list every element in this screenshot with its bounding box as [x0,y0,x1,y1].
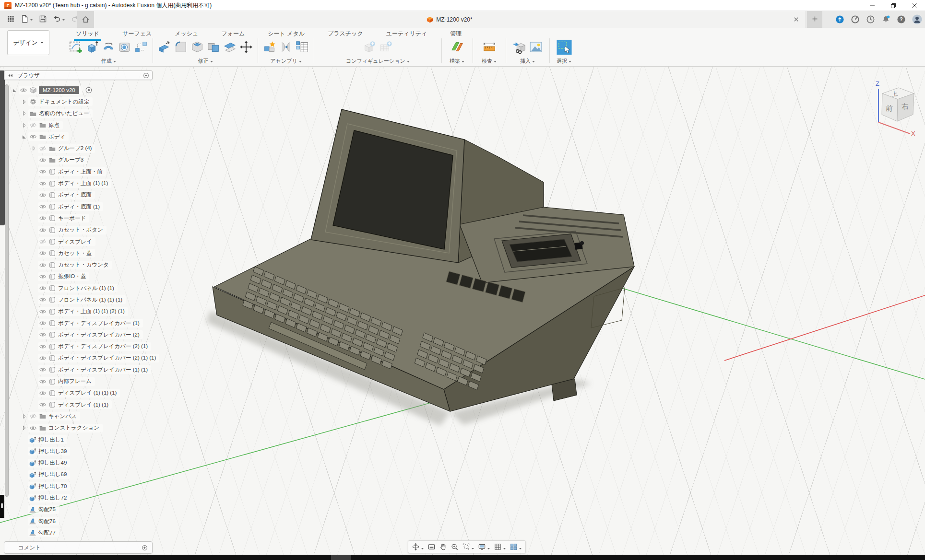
expand-arrow-icon[interactable] [20,98,28,105]
eye-off-icon[interactable] [29,412,37,420]
bom-button[interactable] [295,39,310,55]
tree-item[interactable]: カセット・蓋 [4,247,153,259]
orbit-button[interactable] [412,543,424,551]
expand-arrow-icon[interactable] [20,413,28,420]
expand-arrow-icon[interactable] [30,145,38,152]
tree-item[interactable]: ボディ・上面 (1) (1) [4,177,153,189]
eye-icon[interactable] [39,308,47,315]
eye-icon[interactable] [39,319,47,327]
config-insert-button[interactable] [362,39,377,55]
chevron-down-icon[interactable] [299,58,302,64]
chevron-down-icon[interactable] [210,58,213,64]
tree-item[interactable]: 名前の付いたビュー [4,108,153,119]
tree-item[interactable]: 原点 [4,119,153,131]
collapse-arrow-icon[interactable] [11,87,19,94]
clock-icon[interactable] [866,15,875,24]
circle-plus-icon[interactable] [142,545,148,551]
browser-scrollbar[interactable] [5,84,9,497]
document-tab[interactable]: MZ-1200 v20* [94,11,805,28]
update-icon[interactable] [835,15,844,24]
construct-plane-button[interactable] [450,39,465,55]
tree-item[interactable]: 勾配77 [4,527,153,538]
tree-item[interactable]: コンストラクション [4,422,153,434]
restore-button[interactable] [883,0,904,11]
eye-icon[interactable] [29,133,37,140]
radio-target-icon[interactable] [85,86,93,94]
close-button[interactable] [904,0,925,11]
workspace-selector[interactable]: デザイン [7,30,49,55]
pan-button[interactable] [439,543,447,551]
chevron-down-icon[interactable] [532,58,535,64]
tree-item[interactable]: 拡張IO・蓋 [4,271,153,282]
eye-icon[interactable] [39,273,47,280]
apps-grid-button[interactable] [4,11,18,28]
tree-item[interactable]: 押し出し70 [4,480,153,492]
config-table-button[interactable] [378,39,393,55]
document-tab-close-icon[interactable] [792,15,800,23]
tree-item[interactable]: ボディ・ディスプレイカバー (2) (1) (1) [4,352,153,364]
grid-settings-button[interactable] [494,543,506,551]
tree-item[interactable]: 押し出し72 [4,492,153,503]
eye-icon[interactable] [29,424,37,432]
browser-header[interactable]: ブラウザ [4,70,153,80]
collapse-left-icon[interactable] [7,72,13,79]
tree-item[interactable]: ディスプレイ (1) (1) [4,399,153,410]
look-at-button[interactable] [427,543,436,551]
display-settings-button[interactable] [478,543,490,551]
eye-icon[interactable] [39,226,47,234]
tree-item[interactable]: ボディ・ディスプレイカバー (2) [4,329,153,340]
chevron-down-icon[interactable] [462,58,464,64]
move-button[interactable] [238,39,254,55]
tree-item[interactable]: 内部フレーム [4,375,153,387]
eye-icon[interactable] [39,389,47,397]
eye-icon[interactable] [39,378,47,385]
home-button[interactable] [77,11,94,28]
tree-item[interactable]: ボディ・底面 [4,189,153,201]
shell-button[interactable] [190,39,205,55]
eye-icon[interactable] [39,343,47,350]
chevron-down-icon[interactable] [494,58,497,64]
tree-item[interactable]: ボディ・底面 (1) [4,201,153,212]
zoom-button[interactable] [451,543,459,551]
extrude-button[interactable] [84,39,100,55]
tree-item[interactable]: ドキュメントの設定 [4,96,153,107]
tree-item[interactable]: カセット・カウンタ [4,259,153,270]
tree-item[interactable]: ボディ・ディスプレイカバー (2) (1) [4,341,153,352]
eye-icon[interactable] [39,156,47,164]
eye-icon[interactable] [39,354,47,362]
pattern-button[interactable] [133,39,149,55]
file-new-button[interactable] [18,11,36,28]
expand-arrow-icon[interactable] [20,122,28,129]
measure-button[interactable] [482,39,497,55]
eye-icon[interactable] [39,214,47,222]
notifications-icon[interactable] [881,15,890,24]
eye-icon[interactable] [39,168,47,175]
tree-item[interactable]: 押し出し69 [4,469,153,480]
tree-item[interactable]: カセット・ボタン [4,224,153,236]
eye-icon[interactable] [39,284,47,292]
fillet-button[interactable] [173,39,189,55]
viewports-button[interactable] [510,543,522,551]
eye-icon[interactable] [39,296,47,303]
tree-item[interactable]: 押し出し1 [4,434,153,445]
press-pull-button[interactable] [157,39,172,55]
minimize-button[interactable] [862,0,883,11]
avatar-icon[interactable] [912,14,922,24]
view-cube[interactable]: Z X 上 前 右 [861,69,924,136]
tree-item[interactable]: 勾配75 [4,504,153,515]
tree-item[interactable]: ディスプレイ [4,236,153,247]
help-icon[interactable]: ? [897,15,906,24]
expand-arrow-icon[interactable] [20,110,28,117]
chevron-down-icon[interactable] [407,58,410,64]
comment-bar[interactable]: コメント [4,541,153,554]
eye-icon[interactable] [39,180,47,187]
fit-button[interactable] [462,543,474,551]
job-status-icon[interactable] [851,15,860,24]
combine-button[interactable] [206,39,221,55]
eye-icon[interactable] [20,86,27,94]
new-component-button[interactable] [262,39,277,55]
circle-minus-icon[interactable] [143,72,149,79]
tree-item[interactable]: 押し出し49 [4,457,153,469]
eye-icon[interactable] [39,249,47,257]
tree-item[interactable]: グループ3 [4,154,153,166]
